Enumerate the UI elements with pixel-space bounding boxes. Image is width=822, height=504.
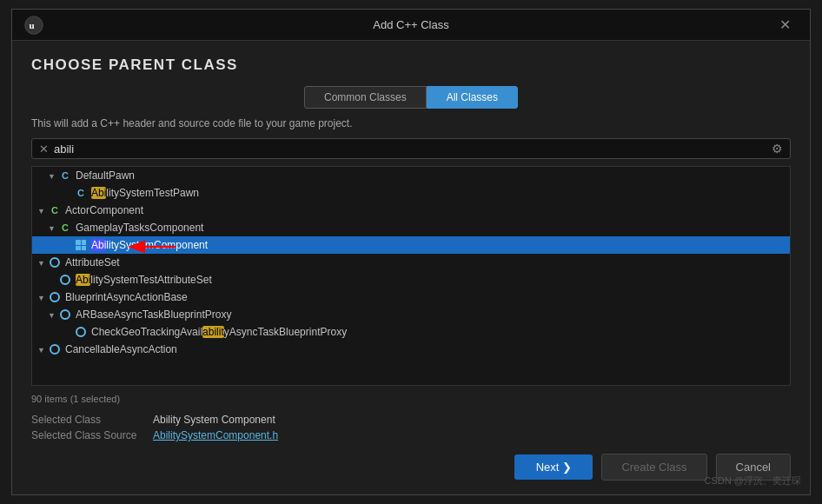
list-item[interactable]: CancellableAsyncAction [32,341,790,358]
list-item[interactable]: ARBaseAsyncTaskBlueprintProxy [32,306,790,323]
no-arrow [63,241,74,250]
description-text: This will add a C++ header and source co… [31,117,791,129]
no-arrow [63,328,74,337]
item-label: BlueprintAsyncActionBase [65,291,188,303]
dialog-title: Add C++ Class [373,18,448,31]
status-bar: 90 items (1 selected) [31,391,791,407]
chevron-down-icon [37,345,48,355]
item-label: AbilitySystemComponent [91,239,208,251]
dialog-content: CHOOSE PARENT CLASS Common Classes All C… [12,41,810,494]
item-label: AbilitySystemTestAttributeSet [76,274,212,286]
selected-source-label: Selected Class Source [31,429,153,441]
item-label: CancellableAsyncAction [65,343,177,355]
circle-icon [58,308,72,322]
grid-icon [74,238,88,252]
search-settings-button[interactable]: ⚙ [772,142,783,156]
highlight-span: Abi [91,187,106,199]
class-icon: C [48,203,62,217]
selected-source-value: AbilitySystemComponent.h [153,429,278,441]
info-section: Selected Class Ability System Component … [31,407,791,447]
search-clear-button[interactable]: ✕ [39,143,49,156]
circle-icon [48,342,62,356]
search-input[interactable] [54,143,766,156]
chevron-down-icon [37,293,48,302]
chevron-down-icon [48,223,58,233]
item-label: AttributeSet [65,256,120,269]
item-label: ARBaseAsyncTaskBlueprintProxy [76,308,231,321]
circle-icon [48,290,62,304]
no-arrow [48,275,58,285]
chevron-down-icon [48,171,58,181]
watermark: CSDN @浮沉、奕迁琛 [705,474,801,487]
create-class-button[interactable]: Create Class [601,454,706,481]
circle-icon [58,273,72,287]
class-list[interactable]: C DefaultPawn C AbilitySystemTestPawn C … [31,166,791,386]
item-label: CheckGeoTrackingAvailabilityAsyncTaskBlu… [91,326,347,338]
class-icon: C [74,186,88,200]
item-label: DefaultPawn [76,169,135,182]
selected-class-row: Selected Class Ability System Component [31,414,791,426]
no-arrow [63,189,74,198]
list-item[interactable]: C ActorComponent [32,202,790,219]
selected-source-row: Selected Class Source AbilitySystemCompo… [31,429,791,441]
ue-logo: u [24,16,43,35]
svg-text:u: u [30,20,35,30]
class-icon: C [58,221,72,235]
highlight-span: Abi [91,239,106,251]
selected-class-value: Ability System Component [153,414,275,426]
list-item[interactable]: AbilitySystemTestAttributeSet [32,271,790,288]
item-label: ActorComponent [65,204,143,216]
title-bar: u Add C++ Class ✕ [12,10,810,41]
add-cpp-class-dialog: u Add C++ Class ✕ CHOOSE PARENT CLASS Co… [11,9,811,495]
item-label: GameplayTasksComponent [76,222,203,234]
list-item[interactable]: AttributeSet [32,254,790,271]
list-item[interactable]: C AbilitySystemTestPawn [32,184,790,202]
tab-row: Common Classes All Classes [31,86,791,109]
list-item-ability-system-component[interactable]: AbilitySystemComponent [32,236,790,254]
search-row: ✕ ⚙ [31,138,791,159]
tab-all-classes[interactable]: All Classes [427,86,518,109]
tab-common-classes[interactable]: Common Classes [304,86,427,109]
list-item[interactable]: CheckGeoTrackingAvailabilityAsyncTaskBlu… [32,323,790,341]
selected-class-label: Selected Class [31,414,153,426]
item-label: AbilitySystemTestPawn [91,187,199,199]
circle-icon [48,255,62,269]
section-title: CHOOSE PARENT CLASS [31,56,791,74]
list-item[interactable]: C GameplayTasksComponent [32,219,790,236]
close-button[interactable]: ✕ [772,15,798,36]
next-button[interactable]: Next ❯ [514,454,593,480]
bottom-actions: Next ❯ Create Class Cancel [31,447,791,482]
class-icon: C [58,169,72,182]
chevron-down-icon [37,258,48,268]
highlight-span: abilit [202,326,224,338]
chevron-down-icon [48,310,58,320]
list-item[interactable]: BlueprintAsyncActionBase [32,288,790,306]
list-item[interactable]: C DefaultPawn [32,167,790,184]
highlight-span: Abi [76,274,90,286]
chevron-down-icon [37,206,48,216]
circle-icon [74,325,88,339]
